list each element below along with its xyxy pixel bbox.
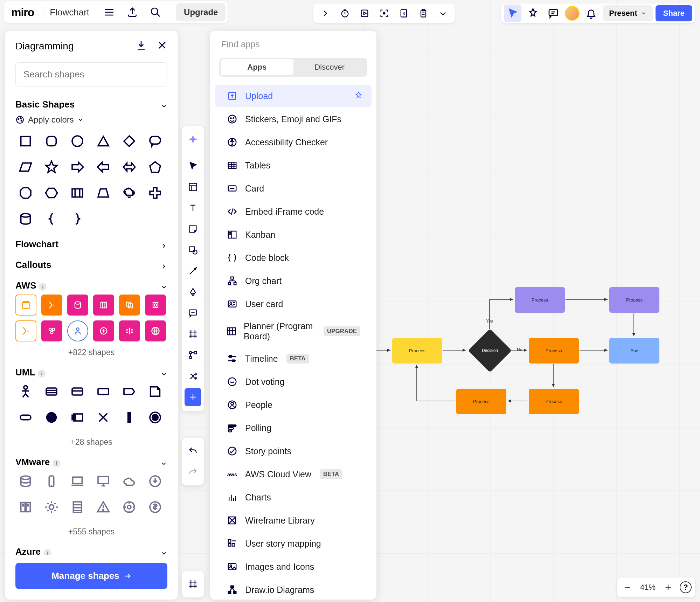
tool-random[interactable]: [185, 367, 201, 385]
aws-shape-6[interactable]: [145, 295, 166, 316]
shape-search-input[interactable]: [15, 62, 167, 87]
aws-shape-10[interactable]: [93, 320, 114, 341]
shape-circle[interactable]: [67, 131, 88, 151]
aws-shape-5[interactable]: [119, 295, 140, 316]
tool-select[interactable]: [185, 157, 201, 175]
app-drawio[interactable]: Draw.io Diagrams: [215, 579, 372, 600]
tool-frames[interactable]: [185, 575, 201, 593]
uml-class-3[interactable]: [41, 381, 62, 402]
export-icon[interactable]: [123, 3, 142, 22]
aws-shape-11[interactable]: [119, 320, 140, 341]
shape-square[interactable]: [15, 131, 36, 151]
menu-icon[interactable]: [100, 3, 119, 22]
app-aws[interactable]: awsAWS Cloud ViewBETA: [215, 463, 372, 485]
bell-icon[interactable]: [582, 5, 600, 22]
shape-brace-right[interactable]: [67, 209, 88, 229]
focus-icon[interactable]: [375, 4, 393, 22]
shape-diamond[interactable]: [119, 131, 139, 151]
vmware-servers[interactable]: [15, 497, 36, 517]
apps-search[interactable]: Find apps: [210, 39, 376, 56]
app-planner[interactable]: Planner (Program Board)UPGRADE: [215, 316, 372, 346]
shape-arrow-both[interactable]: [119, 157, 139, 177]
cursor-tool-icon[interactable]: [504, 5, 521, 22]
shape-parallelogram[interactable]: [15, 157, 36, 177]
shape-cloud[interactable]: [119, 183, 139, 203]
section-aws[interactable]: AWSi: [15, 274, 167, 295]
apply-colors[interactable]: Apply colors: [15, 113, 167, 131]
uml-tag[interactable]: [119, 381, 139, 402]
app-images[interactable]: Images and Icons: [215, 556, 372, 577]
tab-apps[interactable]: Apps: [221, 59, 293, 75]
aws-shape-9[interactable]: [67, 320, 88, 341]
uml-initial[interactable]: [41, 407, 62, 428]
upgrade-button[interactable]: Upgrade: [176, 3, 226, 21]
shape-rounded-square[interactable]: [41, 131, 62, 151]
more-icon[interactable]: [434, 4, 452, 22]
shape-trapezoid[interactable]: [93, 183, 113, 203]
shape-triangle[interactable]: [93, 131, 113, 151]
uml-pill[interactable]: [15, 407, 36, 428]
manage-shapes-button[interactable]: Manage shapes: [15, 563, 167, 589]
uml-note[interactable]: [145, 381, 165, 402]
uml-class-1[interactable]: [93, 381, 113, 402]
app-orgchart[interactable]: Org chart: [215, 270, 372, 292]
app-polling[interactable]: Polling: [215, 417, 372, 439]
search-icon[interactable]: [146, 3, 165, 22]
tool-redo[interactable]: [185, 463, 201, 481]
help-button[interactable]: ?: [680, 581, 692, 593]
uml-more[interactable]: +28 shapes: [15, 431, 167, 450]
pin-icon[interactable]: [355, 91, 362, 101]
tool-diagram[interactable]: [185, 346, 201, 364]
section-vmware[interactable]: VMwarei: [15, 450, 167, 471]
timer-icon[interactable]: [336, 4, 354, 22]
section-azure[interactable]: Azurei: [15, 540, 167, 555]
app-iframe[interactable]: Embed iFrame code: [215, 201, 372, 222]
miro-logo[interactable]: miro: [6, 6, 39, 19]
zoom-value[interactable]: 41%: [639, 583, 657, 592]
app-codeblock[interactable]: Code block: [215, 247, 372, 269]
tool-shape[interactable]: [185, 241, 201, 259]
import-icon[interactable]: [136, 40, 146, 53]
shape-pentagon[interactable]: [145, 157, 165, 177]
user-avatar[interactable]: [565, 6, 580, 21]
vmware-settings[interactable]: [119, 497, 139, 517]
vmware-mobile[interactable]: [41, 471, 62, 491]
vmware-dollar[interactable]: [145, 497, 165, 517]
vmware-rack[interactable]: [67, 497, 88, 517]
app-stickers[interactable]: Stickers, Emoji and GIFs: [215, 108, 372, 130]
aws-shape-2[interactable]: [41, 295, 62, 316]
aws-shape-4[interactable]: [93, 295, 114, 316]
share-button[interactable]: Share: [656, 5, 692, 21]
section-callouts[interactable]: Callouts: [15, 253, 167, 274]
app-dotvoting[interactable]: Dot voting: [215, 371, 372, 393]
aws-shape-1[interactable]: [15, 295, 36, 316]
aws-shape-12[interactable]: [145, 320, 166, 341]
app-accessibility[interactable]: Accessibility Checker: [215, 131, 372, 153]
aws-shape-3[interactable]: [67, 295, 88, 316]
section-basic-shapes[interactable]: Basic Shapes: [15, 93, 167, 113]
app-upload[interactable]: Upload: [215, 85, 372, 107]
clipboard-icon[interactable]: [414, 4, 432, 22]
shape-arrow-right[interactable]: [67, 157, 88, 177]
tab-discover[interactable]: Discover: [293, 59, 366, 75]
vmware-cloud[interactable]: [119, 471, 139, 491]
uml-close[interactable]: [93, 407, 113, 428]
vmware-gear[interactable]: [41, 497, 62, 517]
uml-class-2[interactable]: [67, 381, 88, 402]
vmware-warning[interactable]: [93, 497, 113, 517]
comment-icon[interactable]: [545, 5, 562, 22]
vmware-download[interactable]: [145, 471, 165, 491]
app-storypoints[interactable]: Story points: [215, 440, 372, 462]
section-uml[interactable]: UMLi: [15, 361, 167, 381]
aws-shape-8[interactable]: [41, 320, 62, 341]
shape-predefined[interactable]: [67, 183, 88, 203]
app-timeline[interactable]: TimelineBETA: [215, 348, 372, 369]
uml-actor[interactable]: [15, 381, 36, 402]
chevron-right-icon[interactable]: [316, 4, 334, 22]
tool-comment[interactable]: [185, 304, 201, 322]
shape-cylinder[interactable]: [15, 209, 36, 229]
app-kanban[interactable]: Kanban: [215, 224, 372, 245]
tool-add[interactable]: [185, 388, 201, 406]
tool-template[interactable]: [185, 178, 201, 196]
shape-brace-left[interactable]: [41, 209, 62, 229]
